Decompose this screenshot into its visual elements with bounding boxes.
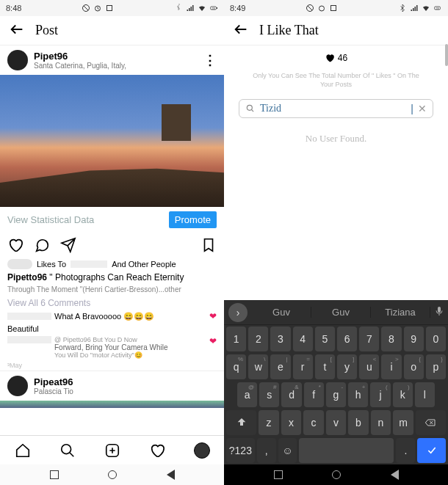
key-7[interactable]: 7 xyxy=(359,327,379,351)
key-x[interactable]: x xyxy=(281,410,302,435)
add-post-icon[interactable] xyxy=(104,442,120,459)
key-d[interactable]: d& xyxy=(281,382,301,407)
profile-nav-icon[interactable] xyxy=(194,442,210,459)
backspace-icon xyxy=(424,417,436,429)
key-j[interactable]: j( xyxy=(370,382,390,407)
key-p[interactable]: p} xyxy=(426,354,446,379)
post-image[interactable] xyxy=(0,75,224,207)
likes-count-row: 46 xyxy=(224,45,448,66)
heart-red-icon-2[interactable]: ❤ xyxy=(209,336,217,346)
scrollbar[interactable] xyxy=(445,44,448,66)
like-avatars xyxy=(7,259,32,269)
avatar-2[interactable] xyxy=(7,376,28,396)
key-4[interactable]: 4 xyxy=(293,327,313,351)
username[interactable]: Pipet96 xyxy=(34,51,198,62)
enter-key[interactable] xyxy=(417,438,446,463)
key-y[interactable]: y] xyxy=(337,354,357,379)
arrow-left-icon-r xyxy=(233,21,249,37)
comma-key[interactable]: , xyxy=(257,438,276,463)
space-key[interactable] xyxy=(299,438,394,463)
likes-row[interactable]: Likes To And Other People xyxy=(0,258,224,271)
key-h[interactable]: h+ xyxy=(348,382,368,407)
suggestion-2[interactable]: Guv xyxy=(311,307,371,318)
key-8[interactable]: 8 xyxy=(381,327,401,351)
period-key[interactable]: . xyxy=(396,438,415,463)
key-u[interactable]: u< xyxy=(359,354,379,379)
symbols-key[interactable]: ?123 xyxy=(226,438,255,463)
suggestion-3[interactable]: Tiziana xyxy=(371,307,430,318)
suggestion-1[interactable]: Guv xyxy=(252,307,311,318)
caption: Pipetto96 " Photographs Can Reach Eterni… xyxy=(0,271,224,296)
key-e[interactable]: e| xyxy=(270,354,290,379)
expand-suggestions-button[interactable]: › xyxy=(228,303,248,322)
key-row-numbers: 1234567890 xyxy=(224,325,448,353)
search-input[interactable] xyxy=(260,103,411,114)
key-9[interactable]: 9 xyxy=(404,327,424,351)
bookmark-icon[interactable] xyxy=(200,237,217,253)
comment-icon[interactable] xyxy=(34,237,50,253)
key-b[interactable]: b xyxy=(348,410,369,435)
caption-continued: Through The Moment "(Henri Cartier-Bress… xyxy=(7,285,181,293)
key-a[interactable]: a@ xyxy=(237,382,257,407)
key-o[interactable]: o{ xyxy=(404,354,424,379)
search-nav-icon[interactable] xyxy=(59,442,76,459)
key-f[interactable]: f* xyxy=(304,382,324,407)
back-key-r[interactable] xyxy=(391,470,399,480)
key-q[interactable]: q% xyxy=(226,354,246,379)
key-w[interactable]: w\ xyxy=(248,354,268,379)
key-z[interactable]: z xyxy=(259,410,279,435)
location[interactable]: Santa Caterina, Puglia, Italy, xyxy=(34,62,198,70)
back-key[interactable] xyxy=(167,470,175,480)
key-r[interactable]: r= xyxy=(293,354,313,379)
text-cursor: | xyxy=(411,103,413,114)
key-l[interactable]: l xyxy=(415,382,435,407)
mic-button[interactable] xyxy=(430,305,448,320)
like-icon[interactable] xyxy=(7,237,24,253)
back-button[interactable] xyxy=(9,21,25,40)
key-2[interactable]: 2 xyxy=(248,327,268,351)
search-box[interactable]: | ✕ xyxy=(239,99,433,118)
home-key[interactable] xyxy=(108,470,117,479)
recents-key[interactable] xyxy=(50,470,59,479)
promote-button[interactable]: Promote xyxy=(169,211,217,228)
view-insights-link[interactable]: View Statistical Data xyxy=(7,214,94,225)
backspace-key[interactable] xyxy=(416,410,446,435)
avatar[interactable] xyxy=(7,50,28,70)
key-t[interactable]: t[ xyxy=(315,354,335,379)
post-user-row: Pipet96 Santa Caterina, Puglia, Italy, ⋮ xyxy=(0,45,224,75)
key-1[interactable]: 1 xyxy=(226,327,246,351)
home-icon[interactable] xyxy=(15,442,31,459)
back-button-r[interactable] xyxy=(233,21,249,40)
location-2[interactable]: Palascia Tio xyxy=(34,387,217,395)
key-v[interactable]: v xyxy=(326,410,347,435)
caption-user[interactable]: Pipetto96 xyxy=(7,272,47,282)
home-key-r[interactable] xyxy=(332,470,341,479)
svg-rect-5 xyxy=(217,7,217,9)
status-time: 8:48 xyxy=(6,4,21,12)
shift-key[interactable] xyxy=(226,410,256,435)
key-3[interactable]: 3 xyxy=(270,327,290,351)
activity-icon[interactable] xyxy=(149,442,165,459)
key-s[interactable]: s# xyxy=(259,382,279,407)
clear-search-button[interactable]: ✕ xyxy=(418,103,427,114)
key-m[interactable]: m xyxy=(393,410,413,435)
svg-rect-16 xyxy=(438,307,441,313)
likes-info-text: Only You Can See The Total Number Of " L… xyxy=(224,66,448,95)
key-n[interactable]: n xyxy=(371,410,391,435)
key-5[interactable]: 5 xyxy=(315,327,335,351)
view-comments-link[interactable]: View All 6 Comments xyxy=(0,296,224,310)
action-bar xyxy=(0,233,224,258)
username-2[interactable]: Pipeat96 xyxy=(34,376,217,387)
key-k[interactable]: k) xyxy=(393,382,413,407)
key-c[interactable]: c xyxy=(303,410,324,435)
emoji-key[interactable]: ☺ xyxy=(278,438,297,463)
key-i[interactable]: i> xyxy=(381,354,401,379)
more-button[interactable]: ⋮ xyxy=(203,52,217,68)
heart-red-icon[interactable]: ❤ xyxy=(209,311,217,321)
key-g[interactable]: g- xyxy=(326,382,346,407)
recents-key-r[interactable] xyxy=(274,470,283,479)
key-6[interactable]: 6 xyxy=(337,327,357,351)
comment-3-line1: Forward, Bring Your Camera While xyxy=(54,343,206,351)
share-icon[interactable] xyxy=(60,237,76,253)
key-0[interactable]: 0 xyxy=(426,327,446,351)
